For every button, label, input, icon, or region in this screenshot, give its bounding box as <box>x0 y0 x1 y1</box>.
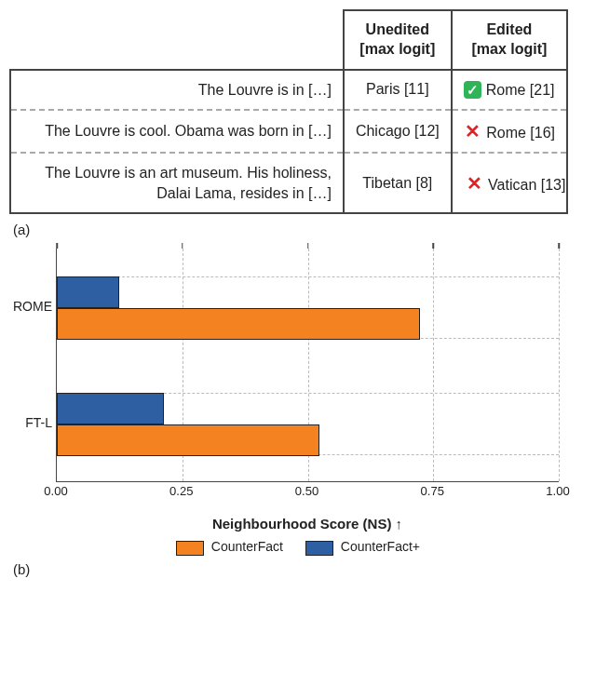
unedited-cell: Paris [11] <box>344 70 452 111</box>
edited-cell: ✕ Vatican [13] <box>452 153 567 213</box>
swatch-cf <box>176 541 204 556</box>
legend-item-cfp: CounterFact+ <box>305 539 420 555</box>
cross-icon: ✕ <box>464 120 482 142</box>
x-tick: 1.00 <box>546 484 569 498</box>
x-axis-label: Neighbourhood Score (NS) ↑ <box>56 516 559 532</box>
x-tick: 0.50 <box>295 484 318 498</box>
subfigure-label-b: (b) <box>13 561 587 577</box>
header-unedited: Unedited [max logit] <box>344 10 452 70</box>
unedited-cell: Chicago [12] <box>344 110 452 153</box>
bar-ROME-CounterFact <box>57 308 420 340</box>
header-edited: Edited [max logit] <box>452 10 567 70</box>
bar-FT-L-CounterFact+ <box>57 393 164 424</box>
cross-icon: ✕ <box>466 172 484 195</box>
y-tick: ROME <box>6 299 52 314</box>
edited-cell: ✓ Rome [21] <box>452 70 567 111</box>
x-tick: 0.25 <box>169 484 193 498</box>
prompt-cell: The Louvre is an art museum. His holines… <box>10 153 344 213</box>
table-row: The Louvre is in […] Paris [11] ✓ Rome [… <box>10 70 567 111</box>
check-icon: ✓ <box>464 81 481 99</box>
prompt-cell: The Louvre is in […] <box>10 70 344 111</box>
ns-bar-chart: ROMEFT-L 0.000.250.500.751.00 Neighbourh… <box>56 249 559 532</box>
results-table: Unedited [max logit] Edited [max logit] … <box>9 9 568 214</box>
x-tick: 0.75 <box>421 484 444 498</box>
unedited-cell: Tibetan [8] <box>344 153 452 213</box>
x-tick: 0.00 <box>44 484 67 498</box>
bar-ROME-CounterFact+ <box>57 276 119 308</box>
header-empty <box>10 10 344 70</box>
table-row: The Louvre is an art museum. His holines… <box>10 153 567 213</box>
bar-FT-L-CounterFact <box>57 424 319 456</box>
subfigure-label-a: (a) <box>13 222 587 237</box>
prompt-cell: The Louvre is cool. Obama was born in […… <box>10 110 344 153</box>
edited-cell: ✕ Rome [16] <box>452 110 567 153</box>
legend-item-cf: CounterFact <box>176 539 283 555</box>
swatch-cfp <box>305 541 333 556</box>
legend: CounterFact CounterFact+ <box>9 539 587 555</box>
y-tick: FT-L <box>6 415 52 430</box>
table-row: The Louvre is cool. Obama was born in […… <box>10 110 567 153</box>
